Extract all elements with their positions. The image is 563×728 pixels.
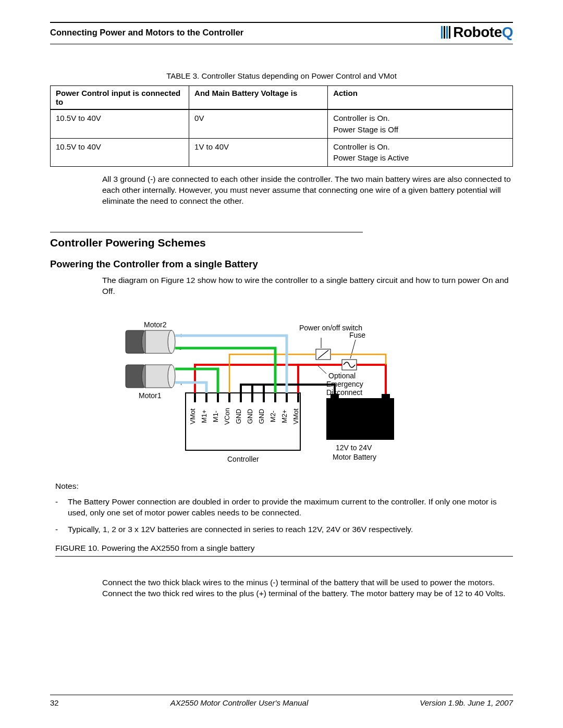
- top-rule-thick: [50, 22, 513, 23]
- cell-c: Controller is On.Power Stage is Active: [328, 138, 513, 167]
- cell-b: 1V to 40V: [189, 138, 328, 167]
- battery: [326, 398, 394, 440]
- connect-paragraph: Connect the two thick black wires to the…: [102, 577, 513, 599]
- page-header: Connecting Power and Motors to the Contr…: [50, 24, 513, 41]
- svg-text:GND: GND: [258, 409, 265, 424]
- th-power-control: Power Control input is connected to: [51, 86, 189, 110]
- header-title: Connecting Power and Motors to the Contr…: [50, 28, 243, 38]
- page-footer: 32 AX2550 Motor Controller User's Manual…: [50, 695, 513, 707]
- wiring-diagram: Motor2 + - Motor1 - + VMot M1+ M1- VCon: [50, 315, 513, 478]
- motor2: Motor2 + -: [126, 320, 183, 353]
- figure-caption: FIGURE 10. Powering the AX2550 from a si…: [55, 544, 513, 553]
- roboteq-logo: RoboteQ: [441, 24, 513, 41]
- logo-bars-icon: [441, 26, 450, 39]
- section-title: Controller Powering Schemes: [50, 237, 513, 249]
- svg-text:Controller: Controller: [227, 455, 259, 463]
- note-item: - Typically, 1, 2 or 3 x 12V batteries a…: [55, 524, 513, 535]
- svg-line-43: [350, 340, 356, 359]
- note-item: - The Battery Power connection are doubl…: [55, 496, 513, 519]
- svg-text:Motor Battery: Motor Battery: [333, 453, 376, 461]
- header-underline: [50, 44, 513, 44]
- svg-text:VMot: VMot: [189, 408, 197, 424]
- intro-paragraph: The diagram on Figure 12 show how to wir…: [102, 275, 513, 297]
- svg-text:Optional: Optional: [328, 372, 356, 380]
- svg-point-4: [168, 330, 175, 353]
- subsection-title: Powering the Controller from a single Ba…: [50, 258, 513, 270]
- figure-rule: [55, 556, 513, 557]
- th-main-battery: And Main Battery Voltage is: [189, 86, 328, 110]
- svg-text:12V to 24V: 12V to 24V: [336, 443, 372, 452]
- note-text: Typically, 1, 2 or 3 x 12V batteries are…: [68, 524, 413, 535]
- table-row: 10.5V to 40V 1V to 40V Controller is On.…: [51, 138, 513, 167]
- svg-text:M2-: M2-: [269, 410, 277, 422]
- svg-text:GND: GND: [235, 409, 242, 424]
- notes-label: Notes:: [55, 482, 513, 491]
- table-row: 10.5V to 40V 0V Controller is On.Power S…: [51, 109, 513, 138]
- svg-text:M1-: M1-: [212, 410, 219, 422]
- table-caption: TABLE 3. Controller Status depending on …: [50, 71, 513, 80]
- svg-text:Motor2: Motor2: [144, 320, 167, 329]
- cell-a: 10.5V to 40V: [51, 109, 189, 138]
- svg-point-11: [168, 365, 175, 388]
- manual-title: AX2550 Motor Controller User's Manual: [170, 698, 309, 707]
- svg-text:Disconnect: Disconnect: [326, 388, 362, 397]
- cell-c: Controller is On.Power Stage is Off: [328, 109, 513, 138]
- th-action: Action: [328, 86, 513, 110]
- table-header-row: Power Control input is connected to And …: [51, 86, 513, 110]
- cell-a: 10.5V to 40V: [51, 138, 189, 167]
- svg-text:GND: GND: [246, 409, 254, 424]
- svg-text:Fuse: Fuse: [349, 331, 365, 339]
- svg-text:M2+: M2+: [280, 410, 288, 423]
- svg-text:M1+: M1+: [200, 410, 208, 423]
- svg-text:VCon: VCon: [223, 408, 231, 425]
- version-text: Version 1.9b. June 1, 2007: [420, 698, 513, 707]
- wire-orange: [229, 354, 316, 393]
- svg-text:VMot: VMot: [292, 408, 300, 424]
- ground-note: All 3 ground (-) are connected to each o…: [102, 174, 513, 207]
- motor1: Motor1 - +: [126, 365, 183, 400]
- note-text: The Battery Power connection are doubled…: [68, 496, 513, 519]
- section-rule: [50, 232, 363, 232]
- cell-b: 0V: [189, 109, 328, 138]
- page-number: 32: [50, 698, 59, 707]
- svg-text:Motor1: Motor1: [139, 391, 162, 400]
- svg-line-47: [317, 365, 326, 374]
- svg-rect-36: [382, 394, 390, 399]
- logo-text: RoboteQ: [453, 24, 513, 41]
- status-table: Power Control input is connected to And …: [50, 85, 513, 167]
